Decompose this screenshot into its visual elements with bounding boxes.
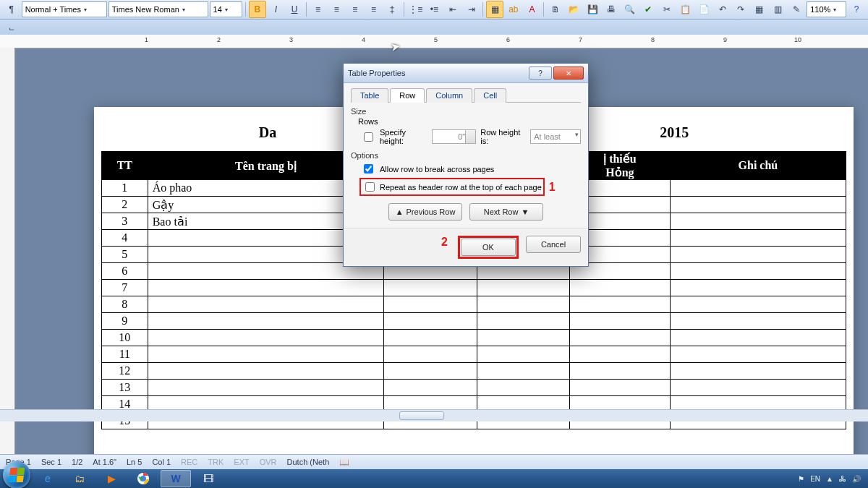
cell-name[interactable] xyxy=(148,380,384,396)
cell[interactable] xyxy=(477,380,569,396)
table-row[interactable]: 13 xyxy=(102,380,846,396)
cell-tt[interactable]: 1 xyxy=(102,180,148,197)
highlight-button[interactable]: ab xyxy=(505,1,522,18)
tab-cell[interactable]: Cell xyxy=(474,88,506,103)
status-lang[interactable]: Dutch (Neth xyxy=(287,458,330,466)
cell[interactable] xyxy=(477,330,569,346)
tray-flag-icon[interactable]: ⚑ xyxy=(798,475,804,483)
table-row[interactable]: 8 xyxy=(102,296,846,313)
vertical-ruler[interactable] xyxy=(0,48,15,455)
chrome-icon[interactable] xyxy=(129,471,158,487)
cell[interactable] xyxy=(477,363,569,380)
cancel-button[interactable]: Cancel xyxy=(526,236,581,253)
status-rec[interactable]: REC xyxy=(181,458,197,466)
tray-volume-icon[interactable]: 🔊 xyxy=(852,475,861,483)
table-row[interactable]: 11 xyxy=(102,346,846,363)
status-book-icon[interactable]: 📖 xyxy=(339,458,349,467)
table-row[interactable]: 10 xyxy=(102,330,846,346)
open-button[interactable]: 📂 xyxy=(566,1,583,18)
cell[interactable] xyxy=(477,280,569,296)
tray-up-icon[interactable]: ▲ xyxy=(826,475,833,483)
allow-break-checkbox[interactable] xyxy=(364,164,373,174)
print-button[interactable]: 🖶 xyxy=(603,1,620,18)
table-button[interactable]: ▦ xyxy=(751,1,768,18)
cell[interactable] xyxy=(670,247,846,263)
align-justify-button[interactable]: ≡ xyxy=(365,1,383,18)
cell[interactable] xyxy=(570,346,671,363)
italic-button[interactable]: I xyxy=(268,1,285,18)
new-button[interactable]: 🗎 xyxy=(547,1,564,18)
scroll-thumb[interactable] xyxy=(399,411,444,420)
cell[interactable] xyxy=(670,296,846,313)
cell[interactable] xyxy=(384,346,477,363)
cell-name[interactable] xyxy=(148,346,384,363)
table-row[interactable]: 12 xyxy=(102,363,846,380)
status-ext[interactable]: EXT xyxy=(234,458,249,466)
status-ovr[interactable]: OVR xyxy=(260,458,277,466)
cell[interactable] xyxy=(670,380,846,396)
help-button[interactable]: ? xyxy=(848,1,865,18)
tab-row[interactable]: Row xyxy=(390,88,425,103)
format-painter-icon[interactable]: ¶ xyxy=(3,1,20,18)
cell[interactable] xyxy=(670,363,846,380)
status-trk[interactable]: TRK xyxy=(208,458,224,466)
cell[interactable] xyxy=(384,363,477,380)
cell-tt[interactable]: 10 xyxy=(102,330,148,346)
cell-tt[interactable]: 4 xyxy=(102,230,148,247)
cell[interactable] xyxy=(570,363,671,380)
cell-name[interactable] xyxy=(148,280,384,296)
ruler-origin-button[interactable]: ⌙ xyxy=(4,21,19,35)
height-spinner[interactable]: 0" xyxy=(432,129,477,144)
cell[interactable] xyxy=(384,330,477,346)
close-button[interactable]: ✕ xyxy=(553,67,584,80)
cell-tt[interactable]: 12 xyxy=(102,363,148,380)
cell[interactable] xyxy=(670,330,846,346)
cell[interactable] xyxy=(670,180,846,197)
help-button[interactable]: ? xyxy=(529,67,552,80)
redo-button[interactable]: ↷ xyxy=(733,1,750,18)
explorer-icon[interactable]: 🗂 xyxy=(65,471,94,487)
font-color-button[interactable]: A xyxy=(524,1,541,18)
preview-button[interactable]: 🔍 xyxy=(621,1,639,18)
ie-icon[interactable]: e xyxy=(33,471,62,487)
style-combo[interactable]: Normal + Times▾ xyxy=(22,1,107,17)
tray-lang[interactable]: EN xyxy=(810,475,820,483)
cell[interactable] xyxy=(384,280,477,296)
cell-name[interactable] xyxy=(148,296,384,313)
table-row[interactable]: 7 xyxy=(102,280,846,296)
tab-table[interactable]: Table xyxy=(351,88,388,103)
video-app-icon[interactable]: 🎞 xyxy=(194,471,223,487)
cell-tt[interactable]: 7 xyxy=(102,280,148,296)
cell[interactable] xyxy=(570,330,671,346)
cell[interactable] xyxy=(670,230,846,247)
drawing-button[interactable]: ✎ xyxy=(788,1,805,18)
row-height-select[interactable]: At least xyxy=(530,129,581,144)
cell[interactable] xyxy=(570,296,671,313)
font-size-combo[interactable]: 14▾ xyxy=(210,1,242,17)
cell[interactable] xyxy=(670,280,846,296)
word-icon[interactable]: W xyxy=(161,470,191,487)
cell-tt[interactable]: 2 xyxy=(102,197,148,213)
zoom-combo[interactable]: 110%▾ xyxy=(807,1,846,17)
next-row-button[interactable]: Next Row ▼ xyxy=(469,203,543,221)
cell-tt[interactable]: 6 xyxy=(102,263,148,280)
copy-button[interactable]: 📋 xyxy=(677,1,694,18)
align-left-button[interactable]: ≡ xyxy=(310,1,327,18)
cell-tt[interactable]: 11 xyxy=(102,346,148,363)
tab-column[interactable]: Column xyxy=(426,88,472,103)
horizontal-ruler[interactable]: 1 2 3 4 5 6 7 8 9 10 xyxy=(0,35,868,48)
media-player-icon[interactable]: ▶ xyxy=(97,471,126,487)
cell[interactable] xyxy=(384,296,477,313)
cell-tt[interactable]: 8 xyxy=(102,296,148,313)
columns-button[interactable]: ▥ xyxy=(770,1,787,18)
cell[interactable] xyxy=(670,213,846,230)
save-button[interactable]: 💾 xyxy=(584,1,602,18)
cell[interactable] xyxy=(670,197,846,213)
cell[interactable] xyxy=(477,296,569,313)
paste-button[interactable]: 📄 xyxy=(695,1,712,18)
cell-tt[interactable]: 9 xyxy=(102,313,148,330)
font-combo[interactable]: Times New Roman▾ xyxy=(109,1,208,17)
specify-height-checkbox[interactable] xyxy=(364,132,373,142)
bold-button[interactable]: B xyxy=(249,1,266,18)
align-right-button[interactable]: ≡ xyxy=(346,1,364,18)
